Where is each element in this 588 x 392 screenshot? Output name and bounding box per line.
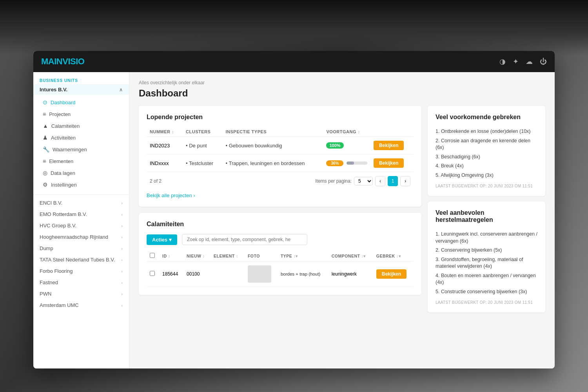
cal-component: leuningwerk xyxy=(328,261,373,287)
chevron-right-icon: › xyxy=(121,258,123,262)
sidebar-item-fastned[interactable]: Fastned › xyxy=(33,277,129,288)
search-input[interactable] xyxy=(182,234,307,245)
chevron-up-icon: ∧ xyxy=(119,87,123,93)
header-icons: ◑ ✦ ☁ ⏻ xyxy=(499,57,547,66)
sidebar-item-dump[interactable]: Dump › xyxy=(33,243,129,254)
chevron-right-icon: › xyxy=(121,246,123,251)
sidebar-item-activiteiten[interactable]: ♟ Activiteiten xyxy=(33,132,129,143)
sidebar-item-dashboard[interactable]: ⊙ Dashboard xyxy=(33,96,129,108)
projecten-icon: ≡ xyxy=(43,111,46,117)
cal-id: 185644 xyxy=(159,261,183,287)
bekijk-alle-link[interactable]: Bekijk alle projecten › xyxy=(147,192,195,198)
instellingen-icon: ⚙ xyxy=(43,181,48,188)
calamiteiten-title: Calamiteiten xyxy=(147,221,414,228)
cal-type: bordes + trap (hout) xyxy=(278,261,328,287)
items-per-page-select[interactable]: 5 10 20 xyxy=(354,177,373,185)
project-inspectie-1: • Gebouwen bouwkundig xyxy=(223,137,323,154)
col-component[interactable]: COMPONENT ↕▾ xyxy=(328,250,373,261)
project-cluster-1: • De punt xyxy=(183,137,222,154)
prev-page-button[interactable]: ‹ xyxy=(375,176,385,186)
sidebar-item-projecten[interactable]: ≡ Projecten xyxy=(33,108,129,120)
next-page-button[interactable]: › xyxy=(400,176,410,186)
col-nummer[interactable]: NUMMER xyxy=(147,127,183,137)
sidebar-item-tata[interactable]: TATA Steel Nederland Tubes B.V. › xyxy=(33,254,129,265)
projects-card-title: Lopende projecten xyxy=(147,114,414,121)
veel-voorkomende-updated: LAATST BIJGEWERKT OP: 20 JUNI 2023 OM 11… xyxy=(436,184,537,188)
cal-gebrek: Bekijken xyxy=(373,261,414,287)
table-footer: 2 of 2 Items per pagina: 5 10 20 ‹ 1 xyxy=(147,172,414,188)
col-foto: FOTO xyxy=(245,250,278,261)
sidebar-item-hvc[interactable]: HVC Groep B.V. › xyxy=(33,220,129,231)
sidebar-section-label: BUSINESS UNITS xyxy=(33,72,129,84)
content-area: Alles overzichtelijk onder elkaar Dashbo… xyxy=(129,72,555,368)
col-nieuw[interactable]: NIEUW ↕ xyxy=(183,250,211,261)
sidebar-item-emo[interactable]: EMO Rotterdam B.V. › xyxy=(33,209,129,220)
bg-overlay xyxy=(0,0,588,55)
sidebar-item-enci[interactable]: ENCI B.V. › xyxy=(33,197,129,209)
sidebar-item-elementen[interactable]: ≡ Elementen xyxy=(33,155,129,167)
veel-aanbevolen-card: Veel aanbevolen herstelmaatregelen 1. Le… xyxy=(428,201,545,312)
veel-aanbevolen-updated: LAATST BIJGEWERKT OP: 20 JUNI 2023 OM 11… xyxy=(436,300,537,305)
dashboard-icon: ⊙ xyxy=(43,99,47,105)
col-id[interactable]: ID ↕ xyxy=(159,250,183,261)
sidebar-active-company[interactable]: Intures B.V. ∧ xyxy=(33,84,129,95)
select-all-checkbox[interactable] xyxy=(150,253,155,258)
activiteiten-icon: ♟ xyxy=(43,134,48,141)
col-type[interactable]: TYPE ↕▾ xyxy=(278,250,328,261)
acties-button[interactable]: Acties ▾ xyxy=(147,234,177,245)
cal-nieuw: 00100 xyxy=(183,261,211,287)
chevron-right-icon: › xyxy=(121,235,123,240)
header: MAINVISIO ◑ ✦ ☁ ⏻ xyxy=(33,51,555,72)
row-checkbox[interactable] xyxy=(150,271,155,276)
chevron-right-icon: › xyxy=(121,292,123,296)
sidebar-item-pwn[interactable]: PWN › xyxy=(33,288,129,299)
project-action-1: Bekijken xyxy=(370,137,414,154)
list-item: 3. Beschadiging (6x) xyxy=(436,152,537,162)
cloud-icon[interactable]: ☁ xyxy=(526,57,533,66)
page-1-button[interactable]: 1 xyxy=(388,176,398,186)
table-row: 185644 00100 bordes + trap (hout) leunin… xyxy=(147,261,414,287)
sidebar-item-hoogheemraadschap[interactable]: Hoogheemraadschap Rijnland › xyxy=(33,231,129,243)
list-item: 2. Conservering bijwerken (5x) xyxy=(436,246,537,255)
veel-aanbevolen-title: Veel aanbevolen herstelmaatregelen xyxy=(436,209,537,223)
bug-icon[interactable]: ✦ xyxy=(513,57,519,66)
sidebar-item-calamiteiten[interactable]: ▲ Calamiteiten xyxy=(33,120,129,132)
sidebar-item-waarnemingen[interactable]: 🔧 Waarnemingen xyxy=(33,143,129,155)
col-action xyxy=(370,127,414,137)
sidebar-item-amsterdam-umc[interactable]: Amsterdam UMC › xyxy=(33,299,129,311)
items-per-page-label: Items per pagina: xyxy=(315,178,352,184)
sidebar-divider xyxy=(33,194,129,195)
list-item: 2. Corrosie aan dragende en kerende dele… xyxy=(436,136,537,152)
chevron-right-icon: › xyxy=(121,223,123,228)
sidebar-item-forbo[interactable]: Forbo Flooring › xyxy=(33,265,129,277)
page-items-select: Items per pagina: 5 10 20 ‹ 1 › xyxy=(315,176,410,186)
col-element[interactable]: ELEMENT ↕ xyxy=(211,250,245,261)
bekijken-button-1[interactable]: Bekijken xyxy=(374,141,404,150)
list-item: 4. Bouten en moeren aanbrengen / vervang… xyxy=(436,271,537,287)
chevron-right-icon: › xyxy=(121,212,123,217)
sidebar-item-instellingen[interactable]: ⚙ Instellingen xyxy=(33,179,129,191)
project-progress-1: 100% xyxy=(323,137,370,154)
veel-voorkomende-title: Veel voorkomende gebreken xyxy=(436,114,537,121)
bekijken-button-cal[interactable]: Bekijken xyxy=(376,269,407,279)
waarnemingen-icon: 🔧 xyxy=(43,146,49,152)
cal-element xyxy=(211,261,245,287)
brightness-icon[interactable]: ◑ xyxy=(499,57,506,66)
datalagen-icon: ◎ xyxy=(43,170,47,176)
logo: MAINVISIO xyxy=(41,56,84,67)
col-gebrek[interactable]: GEBREK ↕▾ xyxy=(373,250,414,261)
dropdown-arrow-icon: ▾ xyxy=(169,237,172,243)
project-nummer-2: INDxxxx xyxy=(147,154,183,172)
bekijken-button-2[interactable]: Bekijken xyxy=(374,158,404,168)
col-checkbox xyxy=(147,250,159,261)
calamiteiten-icon: ▲ xyxy=(43,123,48,129)
sidebar-item-datalagen[interactable]: ◎ Data lagen xyxy=(33,167,129,179)
app-container: MAINVISIO ◑ ✦ ☁ ⏻ BUSINESS UNITS Intures… xyxy=(33,51,555,368)
list-item: 4. Breuk (4x) xyxy=(436,162,537,171)
chevron-right-icon: › xyxy=(121,201,123,205)
project-cluster-2: • Testcluster xyxy=(183,154,222,172)
col-voortgang[interactable]: VOORTGANG xyxy=(323,127,370,137)
list-item: 5. Constructie conservering bijwerken (3… xyxy=(436,287,537,297)
logout-icon[interactable]: ⏻ xyxy=(540,58,547,66)
list-item: 1. Leuningwerk incl. conserveren aanbren… xyxy=(436,230,537,246)
